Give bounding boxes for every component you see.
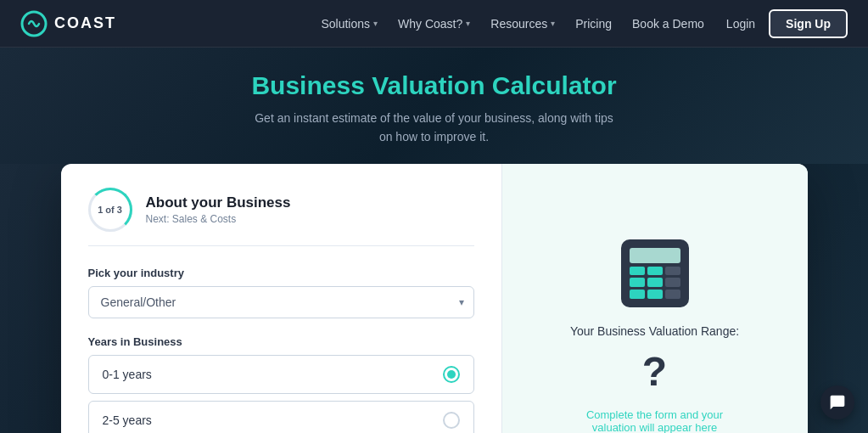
logo-text: COAST bbox=[54, 14, 116, 32]
calculator-icon bbox=[621, 239, 689, 307]
coast-logo-icon bbox=[20, 10, 48, 37]
chat-icon bbox=[829, 394, 846, 411]
chevron-down-icon: ▾ bbox=[551, 19, 555, 28]
nav-why-coast[interactable]: Why Coast? ▾ bbox=[389, 12, 479, 36]
nav-solutions[interactable]: Solutions ▾ bbox=[312, 12, 386, 36]
radio-circle-1 bbox=[443, 412, 460, 429]
nav-book-demo[interactable]: Book a Demo bbox=[624, 12, 713, 36]
years-radio-group: 0-1 years 2-5 years 5+ years bbox=[88, 355, 474, 433]
hero-section: Business Valuation Calculator Get an ins… bbox=[0, 48, 868, 164]
valuation-panel: Your Business Valuation Range: ? Complet… bbox=[502, 164, 808, 433]
login-button[interactable]: Login bbox=[716, 12, 765, 36]
step-indicator: 1 of 3 bbox=[88, 188, 132, 232]
hero-title: Business Valuation Calculator bbox=[17, 71, 851, 100]
chat-bubble-button[interactable] bbox=[820, 385, 854, 419]
chevron-down-icon: ▾ bbox=[373, 19, 378, 28]
radio-0-1-years[interactable]: 0-1 years bbox=[88, 355, 474, 394]
years-field: Years in Business 0-1 years 2-5 years 5+… bbox=[88, 335, 474, 433]
step-next: Next: Sales & Costs bbox=[146, 213, 291, 225]
valuation-hint: Complete the form and your valuation wil… bbox=[570, 408, 740, 433]
step-header: 1 of 3 About your Business Next: Sales &… bbox=[88, 188, 474, 246]
nav-resources[interactable]: Resources ▾ bbox=[482, 12, 563, 36]
industry-field: Pick your industry General/Other ▾ bbox=[88, 267, 474, 318]
main-content: 1 of 3 About your Business Next: Sales &… bbox=[0, 164, 868, 433]
hero-subtitle: Get an instant estimate of the value of … bbox=[248, 109, 621, 147]
industry-select[interactable]: General/Other bbox=[88, 286, 474, 318]
navbar: COAST Solutions ▾ Why Coast? ▾ Resources… bbox=[0, 0, 868, 48]
valuation-value: ? bbox=[642, 348, 667, 395]
industry-label: Pick your industry bbox=[88, 267, 474, 279]
years-label: Years in Business bbox=[88, 335, 474, 348]
valuation-label: Your Business Valuation Range: bbox=[570, 324, 739, 338]
form-panel: 1 of 3 About your Business Next: Sales &… bbox=[61, 164, 502, 433]
nav-links: Solutions ▾ Why Coast? ▾ Resources ▾ Pri… bbox=[312, 9, 848, 38]
step-title: About your Business bbox=[146, 194, 291, 211]
industry-select-wrapper: General/Other ▾ bbox=[88, 286, 474, 318]
nav-pricing[interactable]: Pricing bbox=[567, 12, 620, 36]
signup-button[interactable]: Sign Up bbox=[769, 9, 848, 38]
logo[interactable]: COAST bbox=[20, 10, 116, 37]
step-info: About your Business Next: Sales & Costs bbox=[146, 194, 291, 225]
radio-circle-0 bbox=[443, 366, 460, 383]
calculator-card: 1 of 3 About your Business Next: Sales &… bbox=[61, 164, 808, 433]
radio-2-5-years[interactable]: 2-5 years bbox=[88, 401, 474, 433]
chevron-down-icon: ▾ bbox=[466, 19, 470, 28]
